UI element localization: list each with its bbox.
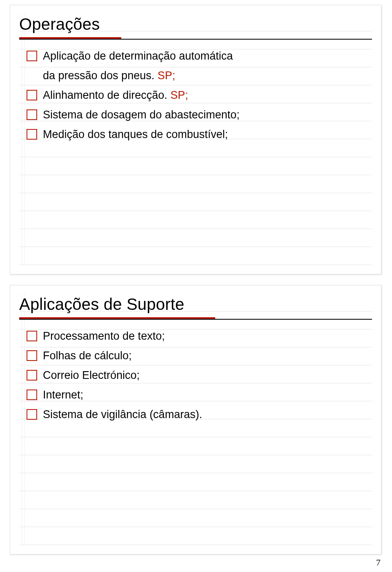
- slide-content: Processamento de texto; Folhas de cálcul…: [27, 326, 365, 424]
- list-item-text: Folhas de cálculo;: [43, 346, 365, 365]
- slide-title: Operações: [19, 15, 100, 33]
- margin-rule: [22, 13, 22, 266]
- slide-title: Aplicações de Suporte: [19, 295, 184, 314]
- sp-marker: SP;: [158, 69, 176, 82]
- margin-rule: [24, 13, 25, 266]
- list-item-text: Correio Electrónico;: [43, 365, 365, 385]
- list-item-text: da pressão dos pneus. SP;: [43, 66, 365, 85]
- title-underline: [19, 39, 372, 40]
- list-item: Medição dos tanques de combustível;: [27, 125, 365, 144]
- bullet-square-icon: [27, 370, 37, 381]
- list-item: Internet;: [27, 385, 365, 405]
- margin-rule: [24, 294, 25, 546]
- list-item: Correio Electrónico;: [27, 365, 365, 385]
- list-item-text: Internet;: [43, 385, 365, 405]
- list-item-text-fragment: Alinhamento de direcção.: [43, 89, 170, 101]
- list-item-text: Aplicação de determinação automática: [43, 46, 365, 66]
- bullet-square-icon: [27, 129, 37, 140]
- bullet-square-icon: [27, 331, 37, 341]
- list-item-text: Sistema de vigilância (câmaras).: [43, 405, 365, 424]
- list-item: Aplicação de determinação automática: [27, 46, 365, 66]
- margin-rule: [22, 294, 22, 546]
- bullet-square-icon: [27, 90, 37, 100]
- title-underline: [19, 319, 372, 320]
- bullet-square-icon: [27, 51, 37, 61]
- list-item: Sistema de dosagem do abastecimento;: [27, 105, 365, 125]
- bullet-square-icon: [27, 109, 37, 120]
- sp-marker: SP;: [170, 89, 188, 101]
- list-item-text-fragment: da pressão dos pneus.: [43, 69, 158, 82]
- document-page: Operações Aplicação de determinação auto…: [0, 0, 392, 572]
- list-item-text: Alinhamento de direcção. SP;: [43, 85, 365, 105]
- list-item-text: Sistema de dosagem do abastecimento;: [43, 105, 365, 125]
- bullet-square-icon: [27, 409, 37, 420]
- list-item: Folhas de cálculo;: [27, 346, 365, 365]
- slide-content: Aplicação de determinação automática da …: [27, 46, 365, 144]
- list-item-continuation: da pressão dos pneus. SP;: [27, 66, 365, 85]
- slide-operacoes: Operações Aplicação de determinação auto…: [10, 5, 381, 274]
- bullet-square-icon: [27, 350, 37, 361]
- bullet-square-icon: [27, 389, 37, 400]
- list-item: Processamento de texto;: [27, 326, 365, 346]
- list-item: Sistema de vigilância (câmaras).: [27, 405, 365, 424]
- page-number: 7: [376, 557, 381, 568]
- list-item: Alinhamento de direcção. SP;: [27, 85, 365, 105]
- list-item-text: Processamento de texto;: [43, 326, 365, 346]
- list-item-text: Medição dos tanques de combustível;: [43, 125, 365, 144]
- slide-aplicacoes-de-suporte: Aplicações de Suporte Processamento de t…: [10, 285, 381, 554]
